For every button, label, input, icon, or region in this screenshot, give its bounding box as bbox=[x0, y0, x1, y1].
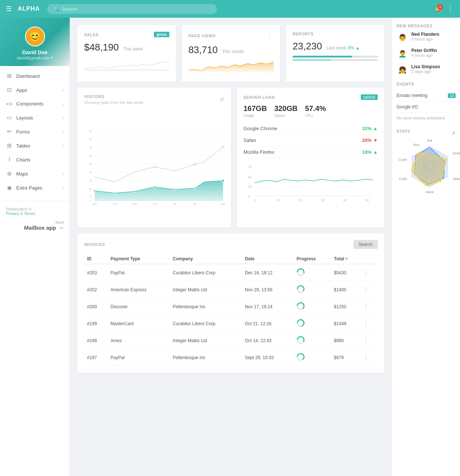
svg-text:80: 80 bbox=[89, 138, 92, 140]
mid-row: VISITORS Showing stats from the last wee… bbox=[77, 88, 384, 227]
sidebar-label-layouts: Layouts bbox=[16, 115, 33, 121]
cell-actions[interactable]: ⋮ bbox=[360, 298, 378, 315]
cell-payment: PayPal bbox=[108, 349, 170, 366]
row-menu-icon[interactable]: ⋮ bbox=[363, 286, 369, 293]
cell-company: Curabitur Libero Corp bbox=[170, 264, 242, 281]
message-item[interactable]: 👧 Lisa Simpson 2 days ago bbox=[397, 64, 456, 76]
invoices-search-button[interactable]: Search bbox=[353, 240, 378, 249]
sidebar-item-maps[interactable]: ⊛ Maps › bbox=[0, 167, 70, 181]
cpu-value: 57.4% bbox=[305, 104, 326, 113]
svg-point-25 bbox=[154, 186, 156, 188]
message-item[interactable]: 👨 Ned Flanders 3 hours ago bbox=[397, 32, 456, 44]
stat-cards-row: SALES gross $48,190 This week bbox=[77, 25, 384, 82]
sidebar-item-tables[interactable]: ⊞ Tables › bbox=[0, 139, 70, 153]
row-menu-icon[interactable]: ⋮ bbox=[363, 320, 369, 327]
col-actions bbox=[360, 254, 378, 264]
sales-badge: gross bbox=[154, 32, 169, 37]
svg-text:Eat: Eat bbox=[427, 139, 432, 142]
event-row[interactable]: Google I/O bbox=[397, 101, 456, 113]
charts-icon: ⌇ bbox=[6, 156, 13, 163]
dropdown-icon[interactable]: ▾ bbox=[51, 55, 53, 60]
sidebar-item-layouts[interactable]: ▭ Layouts › bbox=[0, 111, 70, 125]
profile-name: David Doe bbox=[22, 49, 47, 55]
cell-actions[interactable]: ⋮ bbox=[360, 332, 378, 349]
svg-text:Work: Work bbox=[426, 190, 434, 194]
sales-value: $48,190 bbox=[84, 42, 119, 53]
dashboard-content: SALES gross $48,190 This week bbox=[77, 25, 384, 373]
table-row: #197 PayPal Pellentesque Inc Sept 29, 10… bbox=[84, 349, 378, 366]
next-app-link[interactable]: Mailbox app → bbox=[6, 225, 64, 231]
refresh-icon[interactable]: ↺ bbox=[219, 96, 224, 103]
safari-pct: 20% ▼ bbox=[362, 138, 378, 143]
copyright-text: Steelcoders © bbox=[6, 207, 64, 211]
pageviews-menu-icon[interactable]: ⋮ bbox=[267, 32, 273, 40]
cell-total: $5430 bbox=[331, 264, 360, 281]
message-info: Peter Griffin 4 hours ago bbox=[411, 48, 456, 60]
search-input[interactable] bbox=[62, 6, 211, 12]
server-mini-chart: 75 50 25 0 0 10 20 30 40 50 bbox=[243, 163, 378, 201]
stats-section-title: STATS bbox=[397, 129, 410, 133]
cell-actions[interactable]: ⋮ bbox=[360, 349, 378, 366]
message-item[interactable]: 👨‍🦱 Peter Griffin 4 hours ago bbox=[397, 48, 456, 60]
event-row[interactable]: Envato meeting 12 bbox=[397, 90, 456, 101]
sidebar-item-dashboard[interactable]: ⊞ Dashboard bbox=[0, 69, 70, 83]
privacy-link[interactable]: Privacy bbox=[6, 211, 19, 216]
message-time: 3 hours ago bbox=[411, 37, 456, 41]
next-label: Next bbox=[6, 220, 64, 225]
pageviews-title: PAGE VIEWS bbox=[189, 34, 216, 38]
cell-id: #198 bbox=[84, 332, 108, 349]
menu-icon[interactable]: ☰ bbox=[6, 5, 12, 13]
sidebar-item-forms[interactable]: ✏ Forms › bbox=[0, 125, 70, 139]
svg-text:20: 20 bbox=[299, 198, 302, 202]
svg-text:0: 0 bbox=[255, 198, 256, 202]
sidebar-item-apps[interactable]: ⊡ Apps › bbox=[0, 83, 70, 97]
avatar-image: 😊 bbox=[28, 31, 41, 43]
space-label: Space bbox=[274, 114, 297, 118]
more-options-button[interactable]: ⋮ bbox=[447, 4, 454, 13]
cell-actions[interactable]: ⋮ bbox=[360, 281, 378, 298]
col-company: Company bbox=[170, 254, 242, 264]
chrome-name: Google Chrome bbox=[243, 126, 277, 131]
next-arrow-icon: → bbox=[58, 225, 64, 231]
sidebar-item-components[interactable]: <> Components › bbox=[0, 97, 70, 111]
sales-chart bbox=[84, 57, 169, 72]
sidebar-profile: 😊 David Doe david@gmail.com ▾ bbox=[0, 18, 70, 66]
cell-progress bbox=[294, 264, 331, 281]
message-time: 4 hours ago bbox=[411, 53, 456, 58]
cell-progress bbox=[294, 298, 331, 315]
svg-text:25: 25 bbox=[248, 185, 252, 188]
cell-progress bbox=[294, 332, 331, 349]
server-title: SERVER LOAD bbox=[243, 95, 275, 100]
invoices-table: ID Payment Type Company Date Progress To… bbox=[84, 254, 378, 366]
svg-point-23 bbox=[114, 192, 115, 194]
svg-rect-0 bbox=[84, 69, 169, 71]
svg-text:0: 0 bbox=[89, 200, 91, 202]
cell-actions[interactable]: ⋮ bbox=[360, 264, 378, 281]
table-row: #202 American Express Integer Mattis Ltd… bbox=[84, 281, 378, 298]
sidebar-label-maps: Maps bbox=[16, 171, 28, 177]
row-menu-icon[interactable]: ⋮ bbox=[363, 270, 369, 276]
cell-date: Nov 29, 13:56 bbox=[242, 281, 294, 298]
terms-link[interactable]: Terms bbox=[24, 211, 35, 216]
col-payment: Payment Type bbox=[108, 254, 170, 264]
cell-company: Integer Mattis Ltd bbox=[170, 332, 242, 349]
sidebar-item-charts[interactable]: ⌇ Charts bbox=[0, 153, 70, 167]
message-avatar: 👨 bbox=[397, 32, 408, 44]
reports-bar2 bbox=[293, 59, 378, 61]
row-menu-icon[interactable]: ⋮ bbox=[363, 303, 369, 310]
sidebar-label-apps: Apps bbox=[16, 87, 27, 93]
cell-total: $1400 bbox=[331, 281, 360, 298]
row-menu-icon[interactable]: ⋮ bbox=[363, 337, 369, 344]
sidebar-item-extra[interactable]: ◉ Extra Pages › bbox=[0, 181, 70, 195]
cell-actions[interactable]: ⋮ bbox=[360, 315, 378, 332]
topnav-right: 🔔 4 ⋮ bbox=[435, 4, 454, 13]
row-menu-icon[interactable]: ⋮ bbox=[363, 354, 369, 361]
event-name: Google I/O bbox=[397, 104, 418, 110]
forms-chevron: › bbox=[62, 129, 64, 134]
layouts-chevron: › bbox=[62, 115, 64, 120]
svg-text:Sat: Sat bbox=[193, 203, 197, 205]
notification-button[interactable]: 🔔 4 bbox=[435, 6, 441, 12]
cell-progress bbox=[294, 349, 331, 366]
app-row-firefox: Mozilla Firefox 18% ▲ bbox=[243, 146, 378, 158]
stats-trend-icon: ↗ bbox=[451, 130, 456, 136]
